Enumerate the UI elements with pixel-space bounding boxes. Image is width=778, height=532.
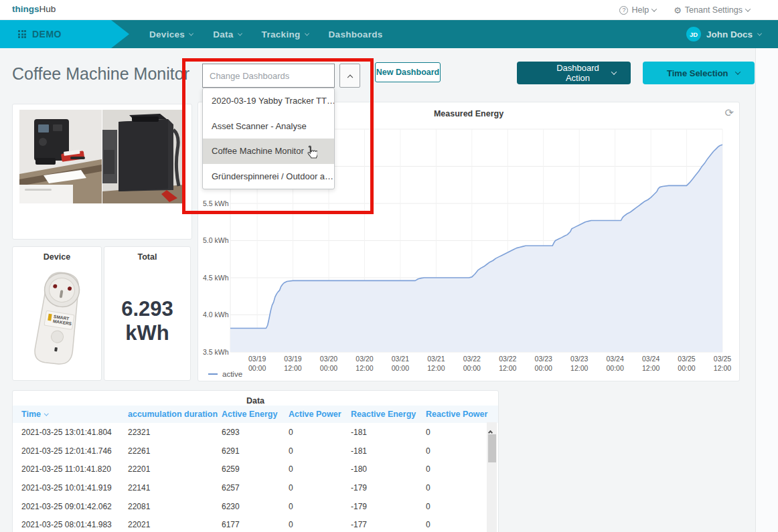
table-cell: 6177 [222, 520, 289, 529]
table-cell: 6293 [222, 428, 289, 437]
svg-text:5.0 kWh: 5.0 kWh [203, 236, 229, 244]
user-menu[interactable]: JD John Docs [686, 20, 761, 48]
svg-text:00:00: 00:00 [535, 364, 552, 372]
tenant-settings-label: Tenant Settings [685, 5, 743, 15]
column-header-reactive-power[interactable]: Reactive Power [426, 410, 498, 419]
svg-text:12:00: 12:00 [284, 364, 301, 372]
table-row[interactable]: 2021-03-25 08:01:41.9832202161770-1770 [13, 515, 488, 532]
table-cell: 0 [289, 464, 351, 474]
table-cell: 0 [289, 520, 351, 529]
tenant-name: DEMO [32, 29, 62, 39]
chart-legend[interactable]: active [208, 370, 242, 378]
table-cell: 0 [426, 502, 488, 511]
svg-text:03/25: 03/25 [714, 355, 731, 363]
table-cell: 22201 [128, 464, 222, 474]
column-header-time[interactable]: Time [21, 410, 128, 419]
coffee-machine-photo-right [102, 110, 185, 203]
svg-text:12:00: 12:00 [570, 364, 588, 372]
new-dashboard-button[interactable]: New Dashboard [375, 62, 441, 82]
smart-plug-image: SMART MAKERS [21, 268, 94, 375]
table-header-row: Timeaccumulation durationActive EnergyAc… [13, 406, 498, 423]
table-cell: 0 [289, 502, 351, 511]
table-row[interactable]: 2021-03-25 10:01:41.9192214162570-1790 [13, 478, 488, 497]
svg-text:00:00: 00:00 [606, 364, 623, 372]
dashboard-option[interactable]: Coffee Machine Monitor [203, 139, 334, 164]
svg-text:00:00: 00:00 [392, 364, 409, 372]
table-row[interactable]: 2021-03-25 13:01:41.8042232162930-1810 [13, 423, 488, 442]
change-dashboards-input[interactable] [202, 64, 335, 88]
nav-item-devices[interactable]: Devices [149, 29, 193, 39]
cursor-hand-icon [303, 145, 317, 161]
nav-item-data[interactable]: Data [213, 29, 241, 39]
column-header-accumulation-duration[interactable]: accumulation duration [128, 410, 222, 419]
table-row[interactable]: 2021-03-25 11:01:41.8202220162590-1800 [13, 460, 488, 478]
table-scrollbar[interactable] [487, 422, 497, 532]
nav-item-tracking[interactable]: Tracking [262, 29, 309, 39]
time-selection-button[interactable]: Time Selection [643, 62, 755, 84]
scrollbar-thumb[interactable] [488, 434, 496, 462]
dashboard-option[interactable]: Asset Scanner - Analyse [203, 114, 334, 139]
svg-text:4.0 kWh: 4.0 kWh [203, 311, 229, 319]
legend-label: active [222, 370, 242, 378]
table-cell: 6259 [222, 464, 289, 474]
svg-text:12:00: 12:00 [499, 364, 516, 372]
dashboard-action-button[interactable]: Dashboard Action [517, 62, 631, 84]
tenant-settings-menu[interactable]: ⚙ Tenant Settings [674, 5, 750, 15]
column-header-active-energy[interactable]: Active Energy [222, 410, 289, 419]
table-cell: 0 [289, 483, 351, 493]
table-cell: 0 [426, 464, 488, 474]
chevron-down-icon [757, 31, 762, 35]
right-gutter [755, 48, 778, 532]
legend-line-swatch [208, 373, 218, 375]
svg-text:00:00: 00:00 [463, 364, 481, 372]
tenant-switcher[interactable]: DEMO [0, 20, 134, 48]
table-cell: 22021 [128, 520, 222, 529]
svg-text:00:00: 00:00 [678, 364, 695, 372]
gear-icon: ⚙ [674, 6, 682, 15]
svg-text:12:00: 12:00 [427, 364, 445, 372]
svg-text:03/25: 03/25 [678, 355, 695, 363]
column-header-active-power[interactable]: Active Power [289, 410, 351, 419]
svg-text:03/19: 03/19 [284, 355, 301, 363]
svg-text:00:00: 00:00 [320, 364, 337, 372]
table-cell: 2021-03-25 10:01:41.919 [21, 483, 128, 493]
help-menu[interactable]: ? Help [619, 5, 656, 15]
table-cell: 6257 [222, 483, 289, 493]
total-card: Total 6.293 kWh [104, 246, 191, 381]
table-cell: 22141 [128, 483, 222, 493]
dashboard-option[interactable]: 2020-03-19 Yabby Tracker TT… [203, 88, 334, 114]
table-cell: 2021-03-25 12:01:41.746 [21, 446, 128, 456]
chevron-down-icon [305, 31, 309, 35]
column-header-reactive-energy[interactable]: Reactive Energy [351, 410, 426, 419]
app-root: thingsHub ? Help ⚙ Tenant Settings DEMO … [0, 0, 778, 532]
table-cell: -181 [351, 428, 426, 437]
nav-item-dashboards[interactable]: Dashboards [329, 29, 383, 39]
table-cell: 22261 [128, 446, 222, 456]
help-label: Help [631, 5, 649, 15]
table-row[interactable]: 2021-03-25 09:01:42.0622208162300-1790 [13, 497, 488, 516]
dashboard-option[interactable]: Gründerspinnerei / Outdoor a… [203, 164, 334, 189]
help-icon: ? [619, 6, 628, 15]
table-cell: 6291 [222, 446, 289, 456]
svg-text:03/19: 03/19 [248, 355, 266, 363]
nav-items: DevicesDataTrackingDashboards [149, 20, 383, 48]
table-body: 2021-03-25 13:01:41.8042232162930-181020… [13, 423, 488, 532]
thingshub-logo[interactable]: thingsHub [12, 4, 56, 14]
table-cell: -177 [351, 520, 426, 529]
table-title: Data [13, 391, 498, 406]
table-row[interactable]: 2021-03-25 12:01:41.7462226162910-1810 [13, 442, 488, 460]
table-cell: 0 [426, 446, 488, 456]
top-bar: thingsHub ? Help ⚙ Tenant Settings [0, 0, 778, 20]
svg-text:4.5 kWh: 4.5 kWh [203, 274, 229, 282]
chevron-up-icon [347, 75, 352, 80]
svg-text:03/21: 03/21 [392, 355, 409, 363]
svg-text:12:00: 12:00 [714, 364, 731, 372]
dropdown-collapse-button[interactable] [339, 64, 360, 88]
user-name: John Docs [706, 29, 753, 39]
chevron-down-icon [189, 31, 193, 35]
grid-icon [18, 30, 26, 38]
table-cell: 2021-03-25 13:01:41.804 [21, 428, 128, 437]
table-cell: -181 [351, 446, 426, 456]
table-cell: 22321 [128, 428, 222, 437]
total-value-number: 6.293 [104, 297, 190, 321]
